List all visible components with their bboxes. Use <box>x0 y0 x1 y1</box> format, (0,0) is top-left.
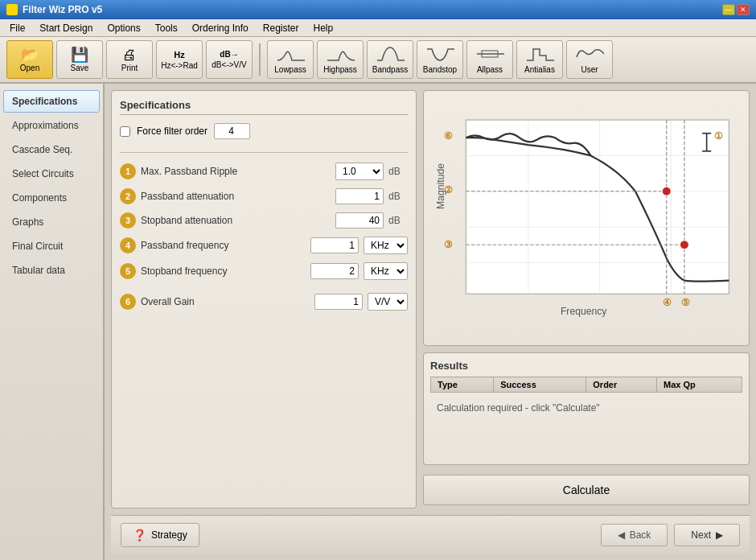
save-button[interactable]: 💾 Save <box>56 40 103 79</box>
svg-text:⑤: ⑤ <box>681 297 690 308</box>
bandpass-label: Bandpass <box>372 65 408 74</box>
svg-point-14 <box>680 241 688 249</box>
antialias-button[interactable]: Antialias <box>516 40 563 79</box>
next-label: Next <box>691 529 711 541</box>
force-order-checkbox[interactable] <box>120 126 130 137</box>
sidebar-item-select-circuits[interactable]: Select Circuits <box>3 163 100 185</box>
calc-section: Calculate <box>423 471 750 509</box>
gain-unit-dropdown[interactable]: V/V dB <box>368 293 408 311</box>
strategy-label: Strategy <box>151 529 187 541</box>
results-col-maxqp: Max Qp <box>657 377 742 393</box>
svg-text:Magnitude: Magnitude <box>435 163 446 209</box>
spec-input-4[interactable] <box>310 237 359 253</box>
bandpass-icon <box>376 46 405 64</box>
gain-label: Overall Gain <box>141 296 310 307</box>
top-section: Specifications Force filter order 1 Max.… <box>111 90 750 509</box>
toolbar: 📂 Open 💾 Save 🖨 Print Hz Hz<->Rad dB→ dB… <box>0 37 756 84</box>
results-panel: Results Type Success Order Max Qp Calcul… <box>423 352 750 465</box>
spec-row-5: 5 Stopband frequency KHz Hz MHz <box>120 262 408 280</box>
results-col-order: Order <box>586 377 657 393</box>
highpass-button[interactable]: Highpass <box>317 40 364 79</box>
strategy-button[interactable]: ❓ Strategy <box>121 523 199 547</box>
db-vv-button[interactable]: dB→ dB<->V/V <box>206 40 253 79</box>
spec-num-5: 5 <box>120 263 136 279</box>
allpass-icon <box>475 46 504 64</box>
bandstop-button[interactable]: Bandstop <box>417 40 463 79</box>
menu-start-design[interactable]: Start Design <box>33 21 99 35</box>
spec-row-1: 1 Max. Passband Ripple 1.0 0.1 0.5 3.0 d… <box>120 163 408 180</box>
sidebar-item-specifications[interactable]: Specifications <box>3 90 100 113</box>
calculate-button[interactable]: Calculate <box>423 475 750 505</box>
spec-num-1: 1 <box>120 163 136 179</box>
svg-rect-1 <box>466 120 729 294</box>
spec-row-2: 2 Passband attenuation dB <box>120 188 408 204</box>
db-vv-icon: dB→ <box>220 50 238 59</box>
spec-num-4: 4 <box>120 237 136 253</box>
chart-panel: ⑥ ② ③ ④ ⑤ ① Frequency Magnitude <box>423 90 750 346</box>
force-order-input[interactable] <box>214 123 250 139</box>
menu-file[interactable]: File <box>3 21 31 35</box>
frequency-chart: ⑥ ② ③ ④ ⑤ ① Frequency Magnitude <box>430 97 742 339</box>
hz-rad-icon: Hz <box>174 50 184 60</box>
menu-ordering-info[interactable]: Ordering Info <box>186 21 255 35</box>
sidebar-item-final-circuit[interactable]: Final Circuit <box>3 235 100 257</box>
print-icon: 🖨 <box>122 47 137 62</box>
spec-input-1[interactable]: 1.0 0.1 0.5 3.0 <box>335 163 384 180</box>
app-icon <box>6 4 18 15</box>
next-icon: ▶ <box>716 529 723 541</box>
user-button[interactable]: User <box>566 40 613 79</box>
next-button[interactable]: Next ▶ <box>674 524 740 546</box>
print-button[interactable]: 🖨 Print <box>106 40 153 79</box>
spec-unit-dropdown-5[interactable]: KHz Hz MHz <box>364 262 408 280</box>
spec-input-3[interactable] <box>335 212 384 229</box>
spec-input-5[interactable] <box>310 263 359 279</box>
results-table: Type Success Order Max Qp <box>430 377 742 393</box>
close-button[interactable]: ✕ <box>737 4 750 15</box>
spec-num-6: 6 <box>120 294 136 310</box>
antialias-label: Antialias <box>524 65 555 74</box>
allpass-button[interactable]: Allpass <box>466 40 513 79</box>
svg-text:③: ③ <box>444 239 453 250</box>
open-label: Open <box>20 64 39 72</box>
spec-input-2[interactable] <box>335 188 384 204</box>
hz-rad-button[interactable]: Hz Hz<->Rad <box>156 40 203 79</box>
gain-input[interactable] <box>314 294 363 310</box>
save-label: Save <box>71 64 89 72</box>
spec-num-2: 2 <box>120 188 136 204</box>
sidebar-item-tabular-data[interactable]: Tabular data <box>3 259 100 282</box>
spec-label-2: Passband attenuation <box>141 191 331 202</box>
gain-row: 6 Overall Gain V/V dB <box>120 293 408 311</box>
lowpass-button[interactable]: Lowpass <box>267 40 314 79</box>
menu-tools[interactable]: Tools <box>149 21 184 35</box>
menu-options[interactable]: Options <box>101 21 146 35</box>
sidebar-item-approximations[interactable]: Approximations <box>3 114 100 137</box>
lowpass-icon <box>276 46 305 64</box>
svg-point-13 <box>662 187 671 196</box>
back-button[interactable]: ◀ Back <box>601 524 668 546</box>
db-vv-label: dB<->V/V <box>212 60 246 69</box>
sidebar-item-graphs[interactable]: Graphs <box>3 211 100 233</box>
back-icon: ◀ <box>618 529 625 541</box>
force-order-label: Force filter order <box>137 126 207 137</box>
highpass-label: Highpass <box>323 65 357 74</box>
user-icon <box>575 46 604 64</box>
bandpass-button[interactable]: Bandpass <box>367 40 413 79</box>
force-order-row: Force filter order <box>120 123 408 139</box>
allpass-label: Allpass <box>477 65 503 74</box>
toolbar-separator <box>259 43 261 76</box>
svg-text:⑥: ⑥ <box>444 130 453 142</box>
menu-help[interactable]: Help <box>306 21 339 35</box>
spec-unit-dropdown-4[interactable]: KHz Hz MHz <box>364 237 408 254</box>
spec-unit-3: dB <box>388 215 408 226</box>
menu-register[interactable]: Register <box>257 21 306 35</box>
right-panel: ⑥ ② ③ ④ ⑤ ① Frequency Magnitude Results <box>423 90 750 509</box>
bandstop-icon <box>425 46 454 64</box>
svg-text:Frequency: Frequency <box>561 306 607 317</box>
sidebar-item-components[interactable]: Components <box>3 187 100 209</box>
app-title: Filter Wiz PRO v5 <box>23 4 102 15</box>
open-button[interactable]: 📂 Open <box>6 40 53 79</box>
sidebar-item-cascade-seq[interactable]: Cascade Seq. <box>3 138 100 161</box>
antialias-icon <box>525 46 554 64</box>
hz-rad-label: Hz<->Rad <box>161 61 198 70</box>
minimize-button[interactable]: — <box>722 4 735 15</box>
